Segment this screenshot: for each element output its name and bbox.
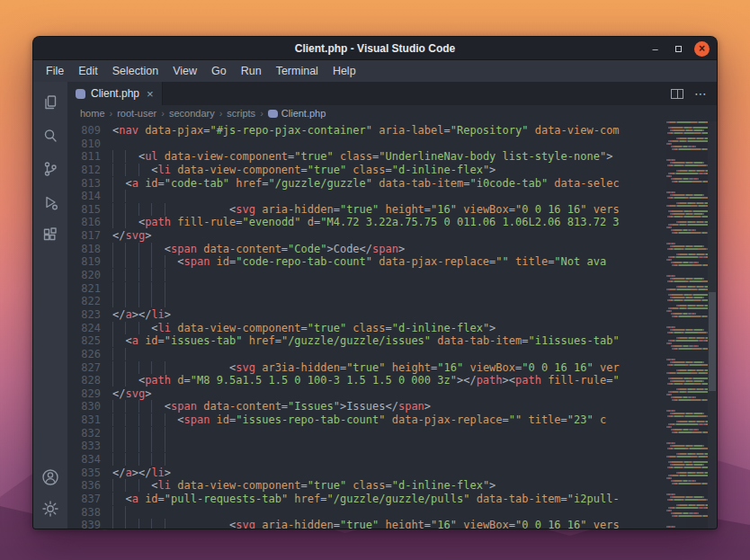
code-line: 832 <box>67 427 665 440</box>
code-line: 827 <svg ar3ia-hidden="true" height="16"… <box>67 361 665 375</box>
menu-item-terminal[interactable]: Terminal <box>269 62 326 80</box>
code-line: 817</svg> <box>67 229 665 243</box>
line-number: 838 <box>67 506 112 520</box>
breadcrumb-item-home[interactable]: home <box>80 108 105 119</box>
line-number: 812 <box>67 164 112 177</box>
line-number: 824 <box>67 322 112 335</box>
line-number: 826 <box>67 348 112 361</box>
editor-column: Client.php × ⋯ home›root-user›secondary›… <box>67 82 717 529</box>
code-line: 830 <span data-content="Issues">Issues</… <box>67 400 665 413</box>
desktop-wallpaper: Client.php - Visual Studio Code – × File… <box>0 0 750 560</box>
code-line: 828 <path d="M8 9.5a1.5 1.5 0 100-3 1.5 … <box>67 374 665 387</box>
line-number: 833 <box>67 440 112 453</box>
php-file-icon <box>76 89 85 99</box>
line-number: 832 <box>67 427 112 440</box>
files-icon <box>41 93 59 111</box>
line-number: 828 <box>67 374 112 387</box>
line-number: 823 <box>67 308 112 322</box>
code-line: 821 <box>67 282 665 296</box>
activity-item-explorer[interactable] <box>33 91 67 114</box>
code-line: 834 <box>67 453 665 467</box>
editor-pane: 809<nav data-pjax="#js-repo-pjax-contain… <box>67 121 717 529</box>
menu-item-go[interactable]: Go <box>204 62 234 80</box>
menu-item-run[interactable]: Run <box>234 62 269 80</box>
search-icon <box>41 127 59 145</box>
line-number: 817 <box>67 229 112 243</box>
menu-item-edit[interactable]: Edit <box>71 62 105 80</box>
activity-item-extensions[interactable] <box>33 224 67 247</box>
code-line: 837 <a id="pull-requests-tab" href="/guz… <box>67 493 665 506</box>
close-button[interactable]: × <box>694 41 710 57</box>
line-number: 831 <box>67 413 112 427</box>
code-line: 810 <box>67 138 665 151</box>
window-title: Client.php - Visual Studio Code <box>295 42 455 55</box>
maximize-button[interactable] <box>671 41 686 57</box>
line-number: 819 <box>67 255 112 269</box>
run-debug-icon <box>41 193 59 211</box>
tab-bar-actions: ⋯ <box>671 82 717 105</box>
tab-client-php[interactable]: Client.php × <box>67 82 163 105</box>
breadcrumb-item-root-user[interactable]: root-user <box>117 108 156 119</box>
settings-button[interactable] <box>33 497 67 520</box>
line-number: 834 <box>67 453 112 467</box>
code-line: 838 <box>67 506 665 520</box>
tab-label: Client.php <box>91 87 139 100</box>
code-line: 831 <span id="issues-repo-tab-count" dat… <box>67 413 665 427</box>
line-number: 810 <box>67 138 112 151</box>
accounts-button[interactable] <box>33 466 67 489</box>
breadcrumb-item-scripts[interactable]: scripts <box>227 108 255 119</box>
line-number: 809 <box>67 124 112 138</box>
line-number: 836 <box>67 479 112 493</box>
breadcrumb-separator: › <box>161 108 165 119</box>
line-number: 815 <box>67 203 112 217</box>
tab-close-icon[interactable]: × <box>147 88 154 100</box>
breadcrumb: home›root-user›secondary›scripts›Client.… <box>67 105 717 121</box>
code-line: 839 <svg aria-hidden="true" height="16" … <box>67 519 665 529</box>
line-number: 811 <box>67 150 112 164</box>
gear-icon <box>41 500 59 518</box>
minimize-button[interactable]: – <box>647 41 663 57</box>
breadcrumb-separator: › <box>219 108 223 119</box>
window-controls: – × <box>647 37 710 60</box>
line-number: 839 <box>67 519 112 529</box>
scrollbar-thumb[interactable] <box>709 292 716 391</box>
line-number: 829 <box>67 387 112 401</box>
menu-item-selection[interactable]: Selection <box>105 62 165 80</box>
code-line: 833 <box>67 440 665 453</box>
activity-item-source-control[interactable] <box>33 157 67 181</box>
menu-item-help[interactable]: Help <box>326 62 363 80</box>
code-line: 829</svg> <box>67 387 665 401</box>
window-titlebar[interactable]: Client.php - Visual Studio Code – × <box>33 37 717 60</box>
code-line: 816 <path fill-rule="evenodd" d="M4.72 3… <box>67 216 665 229</box>
activity-item-run-debug[interactable] <box>33 191 67 214</box>
line-number: 830 <box>67 400 112 413</box>
scrollbar[interactable] <box>708 121 717 529</box>
extensions-icon <box>41 227 59 244</box>
php-file-icon <box>268 110 278 118</box>
breadcrumb-item-client.php[interactable]: Client.php <box>268 108 326 119</box>
breadcrumb-item-secondary[interactable]: secondary <box>169 108 215 119</box>
maximize-icon <box>675 46 682 52</box>
code-editor[interactable]: 809<nav data-pjax="#js-repo-pjax-contain… <box>67 121 665 529</box>
line-number: 827 <box>67 361 112 375</box>
code-line: 819 <span id="code-repo-tab-count" data-… <box>67 255 665 269</box>
vscode-window: Client.php - Visual Studio Code – × File… <box>32 36 718 529</box>
code-line: 812 <li data-view-component="true" class… <box>67 164 665 177</box>
more-actions-icon[interactable]: ⋯ <box>694 86 708 101</box>
code-line: 813 <a id="code-tab" href="/guzzle/guzzl… <box>67 177 665 191</box>
line-number: 818 <box>67 243 112 256</box>
activity-item-search[interactable] <box>33 124 67 147</box>
minimap[interactable] <box>666 121 708 529</box>
code-line: 823</a></li> <box>67 308 665 322</box>
line-number: 814 <box>67 190 112 203</box>
code-line: 815 <svg aria-hidden="true" height="16" … <box>67 203 665 217</box>
menu-item-file[interactable]: File <box>39 62 71 80</box>
line-number: 820 <box>67 269 112 282</box>
line-number: 837 <box>67 493 112 506</box>
menu-item-view[interactable]: View <box>165 62 204 80</box>
split-editor-icon[interactable] <box>671 89 683 99</box>
activity-bar-bottom <box>33 466 67 529</box>
code-line: 818 <span data-content="Code">Code</span… <box>67 243 665 256</box>
line-number: 825 <box>67 334 112 348</box>
line-number: 822 <box>67 295 112 308</box>
